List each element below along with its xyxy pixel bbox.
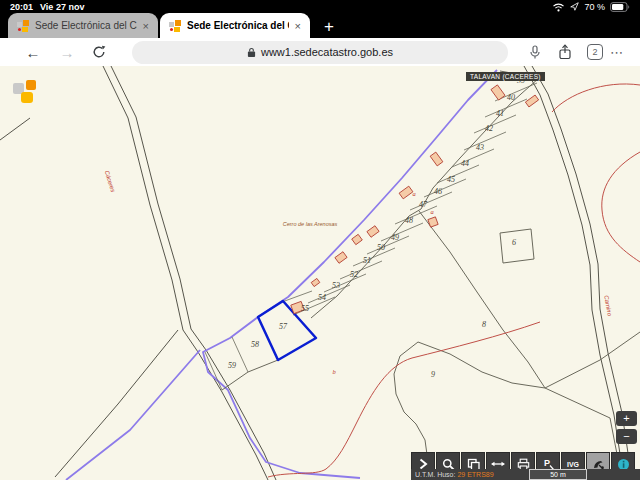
parcel-number-label: 46 — [434, 187, 442, 196]
reload-button[interactable] — [84, 45, 114, 59]
parcel-number-label: 59 — [228, 361, 236, 370]
browser-tab-2[interactable]: Sede Electrónica del Ca × — [160, 13, 310, 38]
road-left-outer — [103, 66, 268, 480]
overflow-menu-button[interactable]: ⋯ — [610, 45, 624, 60]
corner-road — [0, 118, 30, 140]
stream-top-right — [552, 84, 640, 112]
parcel-boundary — [308, 285, 350, 303]
parcel-number-label: 8 — [482, 320, 486, 329]
map-footer: U.T.M. Huso: 29 ETRS89 50 m — [411, 469, 640, 480]
parcel-number-label: 42 — [485, 124, 493, 133]
parcel-8-east-boundary — [545, 332, 640, 388]
parcel-number-label: 45 — [447, 175, 455, 184]
diagonal-track — [55, 330, 178, 477]
back-button[interactable]: ← — [16, 44, 50, 61]
forward-button[interactable]: → — [50, 44, 84, 61]
battery-percent: 70 % — [584, 2, 605, 12]
tab-title: Sede Electrónica del Ca — [187, 20, 289, 31]
place-name-label: Cáceres — [104, 170, 116, 193]
parcel-number-label: 58 — [251, 340, 259, 349]
place-name-label: Camino — [603, 295, 613, 317]
ivg-label: IVG — [567, 461, 579, 468]
parcel-number-label: 55 — [301, 304, 309, 313]
building-footprint — [352, 234, 363, 244]
place-name-label: Cerro de las Arenosas — [283, 221, 338, 227]
battery-icon — [610, 2, 630, 12]
municipality-label: TALAVAN (CACERES) — [466, 72, 545, 81]
road-left-inner — [111, 66, 276, 480]
parcel-number-label: 57 — [279, 322, 288, 331]
url-text: www1.sedecatastro.gob.es — [261, 46, 393, 58]
parcel-number-label: 50 — [377, 243, 385, 252]
parcel-number-label: 44 — [461, 159, 469, 168]
parcel-number-label: 54 — [318, 293, 326, 302]
tab-bar: Sede Electrónica del Ca × Sede Electróni… — [0, 13, 640, 38]
building-footprint — [311, 278, 320, 286]
parcel-number-label: 53 — [332, 281, 340, 290]
location-arrow-icon — [570, 2, 579, 11]
parcel-number-label: 49 — [391, 233, 399, 242]
stream-right — [602, 152, 640, 262]
parcel-6-square — [500, 229, 534, 263]
parcel-boundary — [474, 115, 516, 133]
map-zoom-in-button[interactable]: + — [616, 411, 637, 426]
building-footprint — [399, 186, 413, 199]
parcel-number-label: 48 — [405, 216, 413, 225]
utm-reference: U.T.M. Huso: 29 ETRS89 — [411, 471, 494, 478]
browser-tab-1[interactable]: Sede Electrónica del Ca × — [8, 13, 158, 38]
parcel-number-label: 51 — [363, 256, 371, 265]
parcel-boundary — [381, 223, 423, 241]
cadastral-map-viewport[interactable]: CáceresCaminoCerro de las Arenosas394041… — [0, 66, 640, 480]
measure-arrows-icon — [491, 460, 505, 468]
tab-close-icon[interactable]: × — [295, 20, 301, 32]
parcel-9-north-boundary — [418, 342, 545, 388]
tab-close-icon[interactable]: × — [143, 20, 149, 32]
ipad-screen: 20:01 Vie 27 nov 70 % — [0, 0, 640, 480]
parcel-number-label: 47 — [419, 200, 428, 209]
new-tab-button[interactable]: + — [324, 18, 334, 35]
voice-search-icon[interactable] — [520, 45, 550, 60]
building-footprint — [525, 95, 538, 107]
parcel-number-label: 6 — [512, 238, 516, 247]
map-canvas: CáceresCaminoCerro de las Arenosas394041… — [0, 66, 640, 480]
parcel-boundary — [485, 99, 527, 117]
wifi-icon — [552, 2, 565, 12]
parcel-number-label: 43 — [476, 143, 484, 152]
address-bar[interactable]: www1.sedecatastro.gob.es — [132, 41, 508, 64]
building-footprint — [430, 152, 443, 166]
parcel-boundary — [282, 291, 312, 302]
building-footprint — [367, 226, 379, 238]
parcel-boundary — [437, 165, 479, 183]
date: Vie 27 nov — [40, 2, 84, 12]
clock: 20:01 — [10, 2, 33, 12]
parcel-boundary — [452, 149, 494, 167]
tab-title: Sede Electrónica del Ca — [35, 20, 137, 31]
catastro-logo — [13, 80, 39, 105]
lock-icon — [247, 47, 256, 58]
map-zoom-out-button[interactable]: − — [616, 429, 637, 444]
parcel-number-label: 9 — [431, 370, 435, 379]
catastro-favicon — [17, 20, 29, 32]
parcel-number-label: 40 — [507, 93, 515, 102]
browser-toolbar: ← → www1.sedecatastro.gob.es — [0, 38, 640, 66]
tab-switcher-button[interactable]: 2 — [580, 44, 610, 60]
municipal-boundary-branch — [66, 350, 200, 480]
share-icon[interactable] — [550, 44, 580, 60]
building-footprint — [335, 252, 347, 264]
parcel-subdivision-label: a — [412, 190, 415, 197]
parcel-boundary — [464, 132, 506, 150]
scale-bar: 50 m — [529, 469, 587, 480]
parcel-subdivision-label: a — [430, 208, 433, 215]
parcel-number-label: 52 — [350, 270, 358, 279]
status-bar: 20:01 Vie 27 nov 70 % — [0, 0, 640, 13]
parcel-8-west-boundary — [419, 211, 545, 388]
parcel-boundary — [424, 179, 466, 197]
catastro-favicon — [169, 20, 181, 32]
parcel-band-upper-edge — [311, 78, 539, 318]
svg-text:P: P — [544, 458, 550, 468]
parcel-subdivision-label: b — [332, 368, 336, 375]
parcel-number-label: 41 — [496, 109, 504, 118]
